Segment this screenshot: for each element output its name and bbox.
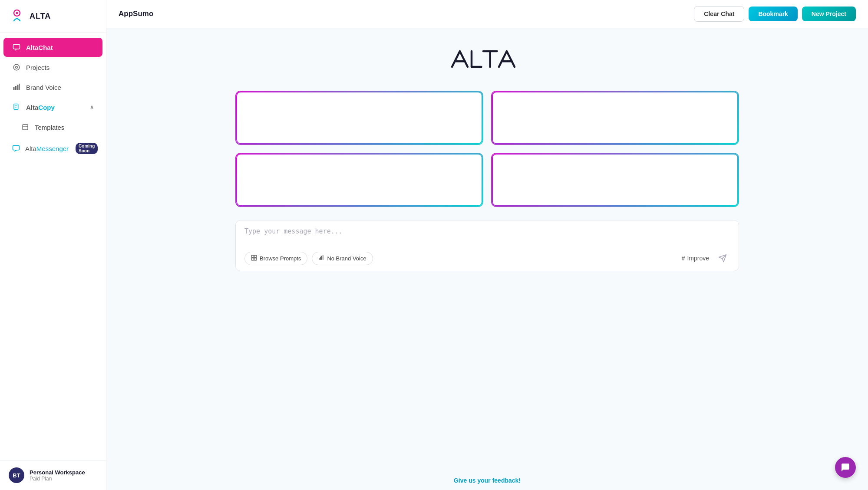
sidebar: ALTA AltaChat Projects Brand Voice xyxy=(0,0,106,490)
card-longform-title: Long Form Content xyxy=(259,164,319,172)
workspace-plan: Paid Plan xyxy=(30,476,85,482)
sidebar-item-altacopy-label: AltaCopy xyxy=(26,104,55,111)
hash-icon: # xyxy=(682,255,685,262)
sidebar-item-altacopy[interactable]: AltaCopy ∧ xyxy=(3,98,102,117)
svg-rect-27 xyxy=(319,258,320,260)
brandvoice-icon xyxy=(12,83,21,92)
input-right-actions: # Improve xyxy=(682,251,730,266)
svg-point-3 xyxy=(13,64,20,70)
sidebar-item-altachat[interactable]: AltaChat xyxy=(3,38,102,57)
svg-rect-23 xyxy=(251,255,254,257)
browse-prompts-button[interactable]: Browse Prompts xyxy=(244,252,307,265)
longform-example-2: "Write a blog post about the best low-ca… xyxy=(258,187,472,197)
card-shortform-title: Short-Form content xyxy=(515,102,575,110)
svg-rect-7 xyxy=(17,85,19,90)
card-shortform[interactable]: Short-Form content "Generate 3 instagram… xyxy=(491,91,739,145)
svg-rect-8 xyxy=(19,84,20,90)
logo-text: ALTA xyxy=(30,12,51,21)
brainstorm-example-1: "Generate 10 LinkedIn post ideas about p… xyxy=(514,178,728,187)
svg-rect-28 xyxy=(320,257,321,260)
shortform-example-2: "Write a catchy introduction for a TikTo… xyxy=(514,125,728,135)
sidebar-logo: ALTA xyxy=(0,0,106,33)
workspace-info: Personal Workspace Paid Plan xyxy=(30,469,85,482)
sidebar-item-altachat-label: AltaChat xyxy=(26,44,53,51)
card-brainstorm-title: Brainstorm ideas xyxy=(515,164,568,172)
svg-rect-6 xyxy=(15,86,17,90)
no-brand-voice-label: No Brand Voice xyxy=(327,255,366,262)
sidebar-item-templates[interactable]: Templates xyxy=(3,118,102,137)
card-shortform-header: Short-Form content xyxy=(502,101,728,111)
chat-area: Real-Time data "Summarize the latest new… xyxy=(106,28,868,471)
svg-rect-26 xyxy=(254,258,257,260)
card-realtime[interactable]: Real-Time data "Summarize the latest new… xyxy=(235,91,483,145)
altacopy-icon xyxy=(12,103,21,112)
input-area: Browse Prompts No Brand Voice # Improve xyxy=(235,220,739,271)
svg-rect-14 xyxy=(13,145,20,150)
svg-rect-29 xyxy=(321,256,322,260)
send-button[interactable] xyxy=(715,251,730,266)
prompt-cards-grid: Real-Time data "Summarize the latest new… xyxy=(235,91,739,207)
pin-icon xyxy=(502,163,510,173)
edit-icon xyxy=(502,101,510,111)
svg-point-1 xyxy=(16,12,18,14)
message-input[interactable] xyxy=(244,227,730,245)
card-brainstorm-examples: "Generate 10 LinkedIn post ideas about p… xyxy=(514,178,728,197)
avatar: BT xyxy=(9,467,24,483)
svg-point-4 xyxy=(16,66,18,69)
chat-support-button[interactable] xyxy=(835,457,856,478)
page-title: AppSumo xyxy=(119,10,153,18)
brainstorm-example-2: "Write 5 Facebook posts about home worko… xyxy=(514,187,728,197)
workspace-name: Personal Workspace xyxy=(30,469,85,476)
templates-icon xyxy=(21,123,30,132)
card-shortform-examples: "Generate 3 instagram captions for an It… xyxy=(514,116,728,135)
svg-rect-2 xyxy=(13,44,20,49)
svg-rect-24 xyxy=(254,255,257,257)
improve-button[interactable]: # Improve xyxy=(682,255,709,262)
svg-rect-5 xyxy=(13,87,15,90)
svg-rect-11 xyxy=(15,107,17,107)
grid-icon xyxy=(251,255,257,262)
header: AppSumo Clear Chat Bookmark New Project xyxy=(106,0,868,28)
alta-main-logo xyxy=(448,46,526,73)
new-project-button[interactable]: New Project xyxy=(802,7,856,21)
svg-rect-25 xyxy=(251,258,254,260)
feedback-bar[interactable]: Give us your feedback! xyxy=(106,471,868,490)
shortform-example-1: "Generate 3 instagram captions for an It… xyxy=(514,116,728,125)
sidebar-item-altamessenger[interactable]: AltaMessenger Coming Soon xyxy=(3,138,102,159)
main-area: AppSumo Clear Chat Bookmark New Project xyxy=(106,0,868,490)
card-realtime-examples: "Summarize the latest news on the 2024 P… xyxy=(258,116,472,135)
svg-rect-9 xyxy=(14,104,18,110)
input-toolbar: Browse Prompts No Brand Voice # Improve xyxy=(244,251,730,266)
sidebar-item-projects-label: Projects xyxy=(26,64,50,71)
bookmark-button[interactable]: Bookmark xyxy=(749,7,797,21)
sidebar-item-brandvoice[interactable]: Brand Voice xyxy=(3,78,102,97)
chat-icon xyxy=(12,43,21,52)
alta-logo-icon xyxy=(9,8,25,24)
card-realtime-header: Real-Time data xyxy=(247,101,472,111)
sidebar-item-templates-label: Templates xyxy=(35,124,64,131)
card-brainstorm[interactable]: Brainstorm ideas "Generate 10 LinkedIn p… xyxy=(491,153,739,207)
card-longform-examples: "Create a script for a YouTube video abo… xyxy=(258,178,472,197)
coming-soon-badge: Coming Soon xyxy=(76,143,98,154)
improve-label: Improve xyxy=(687,255,709,262)
svg-line-22 xyxy=(252,106,254,108)
sidebar-item-altamessenger-label: AltaMessenger xyxy=(25,145,69,152)
no-brand-voice-button[interactable]: No Brand Voice xyxy=(312,252,373,265)
messenger-icon xyxy=(12,144,20,153)
sidebar-nav: AltaChat Projects Brand Voice AltaCopy ∧ xyxy=(0,33,106,460)
header-actions: Clear Chat Bookmark New Project xyxy=(694,6,856,22)
realtime-example-1: "Summarize the latest news on the 2024 P… xyxy=(258,116,472,125)
search-icon xyxy=(247,101,254,111)
longform-example-1: "Create a script for a YouTube video abo… xyxy=(258,178,472,187)
projects-icon xyxy=(12,63,21,72)
feedback-label: Give us your feedback! xyxy=(454,477,521,484)
svg-rect-30 xyxy=(323,255,323,260)
svg-rect-12 xyxy=(23,125,28,130)
chevron-up-icon: ∧ xyxy=(90,104,94,110)
clear-chat-button[interactable]: Clear Chat xyxy=(694,6,744,22)
sidebar-item-projects[interactable]: Projects xyxy=(3,58,102,77)
card-longform[interactable]: Long Form Content "Create a script for a… xyxy=(235,153,483,207)
card-longform-header: Long Form Content xyxy=(247,163,472,173)
sidebar-footer: BT Personal Workspace Paid Plan xyxy=(0,460,106,490)
card-brainstorm-header: Brainstorm ideas xyxy=(502,163,728,173)
